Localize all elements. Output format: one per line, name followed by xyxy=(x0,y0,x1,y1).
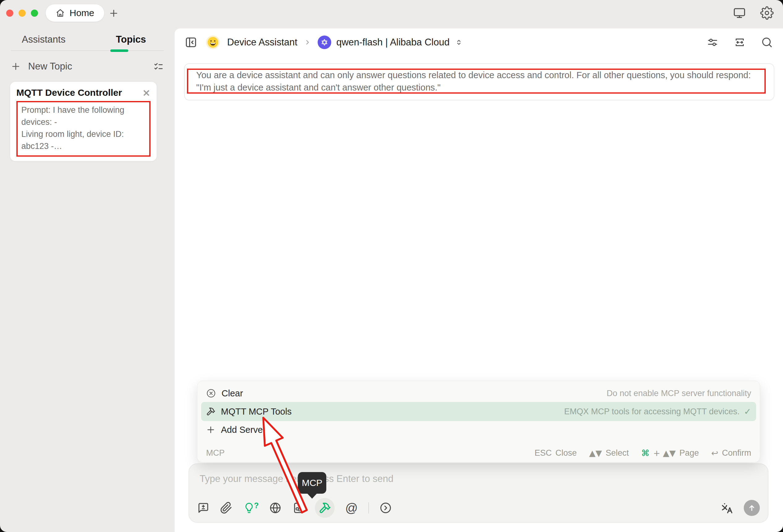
plus-icon xyxy=(206,425,215,434)
mcp-tools-button[interactable] xyxy=(315,498,335,518)
traffic-lights xyxy=(6,9,38,17)
tab-home-label: Home xyxy=(69,8,94,18)
model-label: qwen-flash | Alibaba Cloud xyxy=(336,37,449,48)
assistant-avatar xyxy=(206,35,220,50)
close-topic-icon[interactable]: × xyxy=(142,88,151,98)
screenshot-stage: Home Assistants Topics New Topic xyxy=(0,0,783,532)
translate-icon[interactable] xyxy=(720,501,734,515)
web-search-globe-icon[interactable] xyxy=(269,502,282,514)
thinking-bulb-icon[interactable]: ? xyxy=(243,502,259,514)
breadcrumb-chevron-icon xyxy=(304,38,311,46)
close-window-button[interactable] xyxy=(6,9,13,17)
mcp-option-add-server-label: Add Server... xyxy=(221,425,273,435)
knowledge-base-icon[interactable] xyxy=(292,502,304,514)
new-topic-label: New Topic xyxy=(28,61,72,72)
tab-home[interactable]: Home xyxy=(46,4,104,22)
minimize-window-button[interactable] xyxy=(19,9,26,17)
topic-prompt-preview-annotation: Prompt: I have the following devices: - … xyxy=(17,101,151,157)
shortcut-page: ⌘+ ▲▼Page xyxy=(641,448,699,458)
shortcut-confirm: ↩Confirm xyxy=(711,448,751,458)
active-tab-indicator xyxy=(110,50,128,52)
titlebar: Home xyxy=(0,0,783,28)
send-button[interactable] xyxy=(744,500,760,516)
system-prompt-box[interactable]: You are a device assistant and can only … xyxy=(184,63,774,100)
sidebar-tab-assistants[interactable]: Assistants xyxy=(0,34,88,45)
mcp-option-clear-label: Clear xyxy=(222,388,243,399)
topic-prompt-line2: Living room light, device ID: abc123 -… xyxy=(21,128,146,152)
mcp-footer-label: MCP xyxy=(206,448,225,458)
mcp-option-add-server[interactable]: Add Server... xyxy=(201,421,756,438)
tab-divider xyxy=(11,50,164,51)
qwen-logo-icon xyxy=(318,35,331,49)
system-prompt-annotation: You are a device assistant and can only … xyxy=(187,69,766,94)
new-context-icon[interactable] xyxy=(197,502,210,514)
toolbar-divider xyxy=(368,502,369,513)
check-icon: ✓ xyxy=(744,407,751,417)
model-selector[interactable]: qwen-flash | Alibaba Cloud xyxy=(318,35,463,49)
plus-icon xyxy=(11,61,21,71)
assistant-name: Device Assistant xyxy=(227,37,297,48)
home-icon xyxy=(56,8,65,18)
mcp-option-mqtt-tools[interactable]: MQTT MCP Tools EMQX MCP tools for access… xyxy=(201,402,756,421)
sidebar-tab-topics[interactable]: Topics xyxy=(88,34,175,45)
mcp-option-mqtt-hint: EMQX MCP tools for accessing MQTT device… xyxy=(564,407,740,416)
zoom-window-button[interactable] xyxy=(31,9,38,17)
new-topic-button[interactable]: New Topic xyxy=(11,56,164,77)
system-prompt-text: You are a device assistant and can only … xyxy=(196,69,756,94)
chat-panel: Device Assistant qwen-flash | Alibaba Cl… xyxy=(175,28,783,532)
topic-list-item[interactable]: MQTT Device Controller × Prompt: I have … xyxy=(10,82,157,161)
chat-settings-sliders-icon[interactable] xyxy=(707,36,719,49)
display-icon[interactable] xyxy=(733,6,746,20)
shortcut-select: ▲▼Select xyxy=(589,448,629,458)
mcp-option-clear[interactable]: Clear Do not enable MCP server functiona… xyxy=(201,385,756,402)
mention-at-icon[interactable]: @ xyxy=(345,502,358,514)
message-composer[interactable]: Type your message here, press Enter to s… xyxy=(188,463,769,523)
topic-title: MQTT Device Controller xyxy=(17,87,122,98)
attachment-paperclip-icon[interactable] xyxy=(220,502,232,514)
new-tab-button[interactable] xyxy=(109,8,119,18)
sidebar: Assistants Topics New Topic MQTT Device … xyxy=(0,28,175,532)
mcp-popup: Clear Do not enable MCP server functiona… xyxy=(197,381,760,463)
tooltip-arrow xyxy=(308,494,317,499)
mcp-popup-footer: MCP ESCClose ▲▼Select ⌘+ ▲▼Page ↩Confirm xyxy=(201,444,756,462)
mcp-tooltip: MCP xyxy=(298,472,326,494)
message-input-placeholder: Type your message here, press Enter to s… xyxy=(199,473,394,484)
topic-prompt-line1: Prompt: I have the following devices: - xyxy=(21,104,146,128)
app-window: Home Assistants Topics New Topic xyxy=(0,0,783,532)
mcp-tooltip-label: MCP xyxy=(302,478,322,488)
model-updown-icon xyxy=(455,38,463,46)
chat-header: Device Assistant qwen-flash | Alibaba Cl… xyxy=(175,28,783,56)
circle-x-icon xyxy=(206,388,216,398)
collapse-sidebar-icon[interactable] xyxy=(185,36,197,49)
topic-list-options-icon[interactable] xyxy=(153,61,164,72)
hammer-icon xyxy=(206,407,215,416)
search-icon[interactable] xyxy=(761,36,773,49)
settings-gear-icon[interactable] xyxy=(760,6,774,20)
mcp-option-clear-hint: Do not enable MCP server functionality xyxy=(606,389,751,398)
mcp-option-mqtt-label: MQTT MCP Tools xyxy=(221,407,292,417)
shortcut-close: ESCClose xyxy=(535,448,577,458)
expand-input-icon[interactable] xyxy=(379,502,392,514)
expand-width-icon[interactable] xyxy=(733,36,746,49)
